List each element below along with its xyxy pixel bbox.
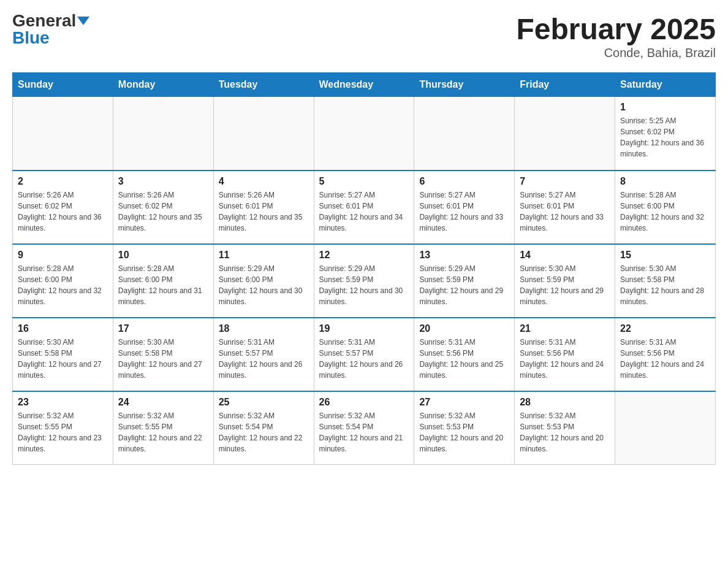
- day-info: Sunrise: 5:30 AM Sunset: 5:58 PM Dayligh…: [118, 337, 208, 381]
- day-info: Sunrise: 5:30 AM Sunset: 5:58 PM Dayligh…: [18, 337, 108, 381]
- day-number: 18: [219, 323, 309, 334]
- day-number: 11: [219, 250, 309, 261]
- day-info: Sunrise: 5:27 AM Sunset: 6:01 PM Dayligh…: [419, 190, 509, 234]
- title-section: February 2025 Conde, Bahia, Brazil: [516, 12, 716, 60]
- day-info: Sunrise: 5:29 AM Sunset: 5:59 PM Dayligh…: [319, 263, 409, 307]
- calendar-cell: 28Sunrise: 5:32 AM Sunset: 5:53 PM Dayli…: [515, 391, 615, 465]
- day-header-monday: Monday: [113, 73, 213, 97]
- day-number: 20: [419, 323, 509, 334]
- day-header-wednesday: Wednesday: [314, 73, 414, 97]
- calendar-cell: 11Sunrise: 5:29 AM Sunset: 6:00 PM Dayli…: [213, 244, 314, 318]
- logo-triangle-icon: [77, 17, 89, 25]
- day-number: 9: [18, 250, 108, 261]
- day-header-sunday: Sunday: [13, 73, 113, 97]
- logo: General Blue: [12, 12, 89, 47]
- day-info: Sunrise: 5:29 AM Sunset: 6:00 PM Dayligh…: [219, 263, 309, 307]
- day-number: 10: [118, 250, 208, 261]
- calendar-cell: 2Sunrise: 5:26 AM Sunset: 6:02 PM Daylig…: [13, 170, 113, 244]
- day-number: 5: [319, 176, 409, 187]
- week-row-5: 23Sunrise: 5:32 AM Sunset: 5:55 PM Dayli…: [13, 391, 716, 465]
- calendar-cell: 14Sunrise: 5:30 AM Sunset: 5:59 PM Dayli…: [515, 244, 615, 318]
- calendar-cell: 4Sunrise: 5:26 AM Sunset: 6:01 PM Daylig…: [213, 170, 314, 244]
- calendar-cell: 22Sunrise: 5:31 AM Sunset: 5:56 PM Dayli…: [615, 318, 716, 391]
- day-number: 22: [620, 323, 710, 334]
- day-info: Sunrise: 5:27 AM Sunset: 6:01 PM Dayligh…: [520, 190, 610, 234]
- calendar-cell: [414, 97, 515, 170]
- day-number: 13: [419, 250, 509, 261]
- day-info: Sunrise: 5:26 AM Sunset: 6:02 PM Dayligh…: [18, 190, 108, 234]
- calendar-cell: 17Sunrise: 5:30 AM Sunset: 5:58 PM Dayli…: [113, 318, 213, 391]
- calendar-cell: 9Sunrise: 5:28 AM Sunset: 6:00 PM Daylig…: [13, 244, 113, 318]
- day-number: 14: [520, 250, 610, 261]
- day-info: Sunrise: 5:26 AM Sunset: 6:02 PM Dayligh…: [118, 190, 208, 234]
- day-info: Sunrise: 5:31 AM Sunset: 5:56 PM Dayligh…: [419, 337, 509, 381]
- day-header-friday: Friday: [515, 73, 615, 97]
- day-info: Sunrise: 5:32 AM Sunset: 5:54 PM Dayligh…: [219, 410, 309, 454]
- calendar-cell: [314, 97, 414, 170]
- calendar-cell: [13, 97, 113, 170]
- calendar-cell: 8Sunrise: 5:28 AM Sunset: 6:00 PM Daylig…: [615, 170, 716, 244]
- day-info: Sunrise: 5:28 AM Sunset: 6:00 PM Dayligh…: [18, 263, 108, 307]
- day-number: 25: [219, 397, 309, 408]
- day-info: Sunrise: 5:31 AM Sunset: 5:57 PM Dayligh…: [319, 337, 409, 381]
- calendar-cell: 20Sunrise: 5:31 AM Sunset: 5:56 PM Dayli…: [414, 318, 515, 391]
- day-number: 26: [319, 397, 409, 408]
- calendar-cell: 19Sunrise: 5:31 AM Sunset: 5:57 PM Dayli…: [314, 318, 414, 391]
- day-info: Sunrise: 5:32 AM Sunset: 5:55 PM Dayligh…: [118, 410, 208, 454]
- day-number: 16: [18, 323, 108, 334]
- calendar-cell: 7Sunrise: 5:27 AM Sunset: 6:01 PM Daylig…: [515, 170, 615, 244]
- day-info: Sunrise: 5:29 AM Sunset: 5:59 PM Dayligh…: [419, 263, 509, 307]
- calendar-cell: [113, 97, 213, 170]
- day-number: 2: [18, 176, 108, 187]
- day-info: Sunrise: 5:25 AM Sunset: 6:02 PM Dayligh…: [620, 115, 710, 159]
- calendar-cell: 5Sunrise: 5:27 AM Sunset: 6:01 PM Daylig…: [314, 170, 414, 244]
- day-number: 21: [520, 323, 610, 334]
- day-info: Sunrise: 5:31 AM Sunset: 5:56 PM Dayligh…: [520, 337, 610, 381]
- day-header-tuesday: Tuesday: [213, 73, 314, 97]
- day-info: Sunrise: 5:32 AM Sunset: 5:54 PM Dayligh…: [319, 410, 409, 454]
- calendar-cell: [515, 97, 615, 170]
- day-number: 24: [118, 397, 208, 408]
- day-info: Sunrise: 5:31 AM Sunset: 5:57 PM Dayligh…: [219, 337, 309, 381]
- calendar-table: SundayMondayTuesdayWednesdayThursdayFrid…: [12, 72, 716, 465]
- day-info: Sunrise: 5:28 AM Sunset: 6:00 PM Dayligh…: [620, 190, 710, 234]
- page-header: General Blue February 2025 Conde, Bahia,…: [12, 12, 716, 60]
- day-info: Sunrise: 5:30 AM Sunset: 5:58 PM Dayligh…: [620, 263, 710, 307]
- calendar-cell: 6Sunrise: 5:27 AM Sunset: 6:01 PM Daylig…: [414, 170, 515, 244]
- location: Conde, Bahia, Brazil: [516, 46, 716, 60]
- day-number: 28: [520, 397, 610, 408]
- calendar-cell: 18Sunrise: 5:31 AM Sunset: 5:57 PM Dayli…: [213, 318, 314, 391]
- calendar-cell: 15Sunrise: 5:30 AM Sunset: 5:58 PM Dayli…: [615, 244, 716, 318]
- logo-blue-text: Blue: [12, 29, 89, 47]
- day-info: Sunrise: 5:28 AM Sunset: 6:00 PM Dayligh…: [118, 263, 208, 307]
- calendar-cell: [213, 97, 314, 170]
- day-number: 7: [520, 176, 610, 187]
- calendar-cell: 24Sunrise: 5:32 AM Sunset: 5:55 PM Dayli…: [113, 391, 213, 465]
- day-info: Sunrise: 5:32 AM Sunset: 5:55 PM Dayligh…: [18, 410, 108, 454]
- logo-general-text: General: [12, 12, 76, 29]
- week-row-4: 16Sunrise: 5:30 AM Sunset: 5:58 PM Dayli…: [13, 318, 716, 391]
- day-number: 23: [18, 397, 108, 408]
- day-number: 17: [118, 323, 208, 334]
- calendar-cell: 10Sunrise: 5:28 AM Sunset: 6:00 PM Dayli…: [113, 244, 213, 318]
- day-number: 4: [219, 176, 309, 187]
- day-info: Sunrise: 5:32 AM Sunset: 5:53 PM Dayligh…: [520, 410, 610, 454]
- calendar-header-row: SundayMondayTuesdayWednesdayThursdayFrid…: [13, 73, 716, 97]
- calendar-cell: [615, 391, 716, 465]
- day-info: Sunrise: 5:27 AM Sunset: 6:01 PM Dayligh…: [319, 190, 409, 234]
- calendar-cell: 21Sunrise: 5:31 AM Sunset: 5:56 PM Dayli…: [515, 318, 615, 391]
- day-number: 3: [118, 176, 208, 187]
- day-info: Sunrise: 5:26 AM Sunset: 6:01 PM Dayligh…: [219, 190, 309, 234]
- week-row-2: 2Sunrise: 5:26 AM Sunset: 6:02 PM Daylig…: [13, 170, 716, 244]
- week-row-3: 9Sunrise: 5:28 AM Sunset: 6:00 PM Daylig…: [13, 244, 716, 318]
- day-info: Sunrise: 5:30 AM Sunset: 5:59 PM Dayligh…: [520, 263, 610, 307]
- day-number: 8: [620, 176, 710, 187]
- calendar-cell: 26Sunrise: 5:32 AM Sunset: 5:54 PM Dayli…: [314, 391, 414, 465]
- calendar-cell: 1Sunrise: 5:25 AM Sunset: 6:02 PM Daylig…: [615, 97, 716, 170]
- calendar-cell: 12Sunrise: 5:29 AM Sunset: 5:59 PM Dayli…: [314, 244, 414, 318]
- day-number: 15: [620, 250, 710, 261]
- calendar-cell: 16Sunrise: 5:30 AM Sunset: 5:58 PM Dayli…: [13, 318, 113, 391]
- day-number: 27: [419, 397, 509, 408]
- day-number: 6: [419, 176, 509, 187]
- calendar-cell: 13Sunrise: 5:29 AM Sunset: 5:59 PM Dayli…: [414, 244, 515, 318]
